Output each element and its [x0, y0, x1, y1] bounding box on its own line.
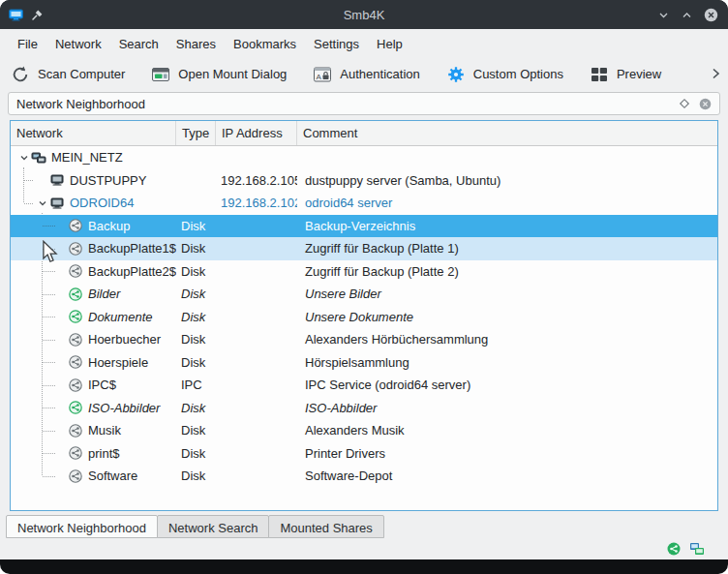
dock-float-icon[interactable]	[679, 98, 690, 109]
entry-name: Dokumente	[88, 310, 152, 324]
menu-network[interactable]: Network	[46, 33, 110, 55]
entry-name: ISO-Abbilder	[88, 401, 160, 415]
share-icon	[68, 218, 83, 233]
type-cell: Disk	[176, 442, 216, 466]
column-header-type[interactable]: Type	[176, 121, 216, 145]
comment-cell: IPC Service (odroid64 server)	[297, 374, 717, 397]
name-cell: Dokumente	[11, 306, 176, 329]
tab-network-neighborhood[interactable]: Network Neighborhood	[6, 515, 158, 538]
toolbar-label: Open Mount Dialog	[178, 67, 287, 81]
tree-branch-line	[43, 362, 55, 363]
custom-options-button[interactable]: Custom Options	[445, 64, 563, 85]
minimize-button[interactable]	[657, 9, 670, 21]
comment-cell: Zugriff für Backup (Platte 1)	[297, 237, 717, 260]
column-header-ip-address[interactable]: IP Address	[216, 121, 297, 145]
menu-help[interactable]: Help	[368, 33, 411, 55]
share-mounted-icon	[68, 400, 83, 415]
tree-branch-line	[43, 249, 55, 250]
menu-settings[interactable]: Settings	[305, 33, 368, 55]
name-cell: Musik	[11, 419, 176, 442]
toolbar-label: Authentication	[340, 67, 419, 81]
smb4k-window: Smb4K FileNetworkSearchSharesBookmarksSe…	[0, 0, 728, 574]
ip-cell: 192.168.2.105	[216, 169, 297, 193]
table-row-software[interactable]: SoftwareDiskSoftware-Depot	[11, 465, 717, 488]
table-row-backupplatte1[interactable]: BackupPlatte1$DiskZugriff für Backup (Pl…	[11, 237, 717, 260]
table-row-ipc[interactable]: IPC$IPCIPC Service (odroid64 server)	[11, 374, 717, 397]
share-mounted-icon	[68, 309, 83, 324]
entry-name: Hoerspiele	[88, 355, 148, 370]
comment-cell: ISO-Abbilder	[297, 397, 717, 420]
name-cell: Hoerspiele	[11, 351, 176, 375]
type-cell: Disk	[176, 283, 216, 306]
entry-name: IPC$	[88, 378, 116, 392]
table-header: NetworkTypeIP AddressComment	[11, 121, 717, 146]
pin-icon[interactable]	[31, 9, 44, 21]
ip-cell: 192.168.2.102	[216, 192, 297, 215]
entry-name: DUSTPUPPY	[70, 173, 146, 188]
menu-bookmarks[interactable]: Bookmarks	[225, 33, 305, 55]
table-row-mein-netz[interactable]: MEIN_NETZ	[11, 146, 717, 169]
table-row-backup[interactable]: BackupDiskBackup-Verzeichnis	[11, 215, 717, 238]
entry-name: Musik	[88, 423, 121, 438]
entry-name: BackupPlatte2$	[88, 264, 176, 279]
type-cell: Disk	[176, 260, 216, 284]
dock-titlebar: Network Neighborhood	[8, 92, 720, 115]
table-row-hoerspiele[interactable]: HoerspieleDiskHörspielsammlung	[11, 351, 717, 375]
toolbar-label: Custom Options	[473, 67, 563, 81]
ip-cell	[216, 397, 297, 420]
expander-icon[interactable]	[16, 153, 31, 163]
comment-cell: Unsere Bilder	[297, 283, 717, 306]
name-cell: ISO-Abbilder	[11, 397, 176, 420]
authentication-icon: A	[312, 64, 333, 85]
window-body: FileNetworkSearchSharesBookmarksSettings…	[0, 29, 728, 559]
share-icon	[68, 263, 83, 279]
entry-name: MEIN_NETZ	[51, 150, 123, 165]
ip-cell	[216, 374, 297, 397]
comment-cell: Software-Depot	[297, 465, 717, 488]
close-button[interactable]	[704, 8, 718, 22]
comment-cell: Alexanders Musik	[297, 419, 717, 442]
column-header-comment[interactable]: Comment	[297, 121, 717, 145]
table-row-dokumente[interactable]: DokumenteDiskUnsere Dokumente	[11, 306, 717, 329]
menu-search[interactable]: Search	[110, 33, 167, 55]
table-row-hoerbuecher[interactable]: HoerbuecherDiskAlexanders Hörbüchersamml…	[11, 328, 717, 351]
comment-cell: Zugriff für Backup (Platte 2)	[297, 260, 717, 284]
menu-shares[interactable]: Shares	[167, 33, 225, 55]
ip-cell	[216, 419, 297, 442]
preview-button[interactable]: Preview	[589, 64, 661, 85]
table-row-dustpuppy[interactable]: DUSTPUPPY192.168.2.105dustpuppy server (…	[11, 169, 717, 193]
toolbar-overflow-icon[interactable]	[711, 67, 720, 80]
comment-cell: Printer Drivers	[297, 442, 717, 466]
toolbar: Scan ComputerOpen Mount DialogAAuthentic…	[0, 58, 728, 90]
name-cell: Hoerbuecher	[11, 328, 176, 351]
dock-close-icon[interactable]	[699, 98, 712, 110]
window-title: Smb4K	[0, 8, 728, 22]
scan-computer-button[interactable]: Scan Computer	[10, 64, 125, 85]
tab-network-search[interactable]: Network Search	[157, 515, 269, 538]
table-row-iso-abbilder[interactable]: ISO-AbbilderDiskISO-Abbilder	[11, 397, 717, 420]
type-cell: Disk	[176, 215, 216, 238]
type-cell: Disk	[176, 351, 216, 375]
table-row-odroid64[interactable]: ODROID64192.168.2.102odroid64 server	[11, 192, 717, 215]
table-row-bilder[interactable]: BilderDiskUnsere Bilder	[11, 283, 717, 306]
statusbar	[0, 538, 728, 559]
menu-file[interactable]: File	[9, 33, 46, 55]
table-row-backupplatte2[interactable]: BackupPlatte2$DiskZugriff für Backup (Pl…	[11, 260, 717, 284]
maximize-button[interactable]	[681, 9, 693, 21]
tree-branch-line	[43, 317, 55, 317]
table-row-musik[interactable]: MusikDiskAlexanders Musik	[11, 419, 717, 442]
app-icon	[9, 8, 23, 22]
tree-branch-line	[43, 476, 55, 477]
tab-mounted-shares[interactable]: Mounted Shares	[268, 515, 383, 538]
expander-icon[interactable]	[35, 198, 49, 208]
mounted-share-status-icon	[666, 541, 682, 557]
open-mount-dialog-button[interactable]: Open Mount Dialog	[150, 64, 287, 85]
tree-branch-line	[43, 294, 55, 295]
share-icon	[68, 241, 83, 257]
authentication-button[interactable]: AAuthentication	[312, 64, 419, 85]
column-header-network[interactable]: Network	[11, 121, 176, 145]
name-cell: Backup	[11, 215, 176, 238]
toolbar-label: Preview	[617, 67, 661, 81]
table-row-print[interactable]: print$DiskPrinter Drivers	[11, 442, 717, 466]
ip-cell	[216, 260, 297, 284]
